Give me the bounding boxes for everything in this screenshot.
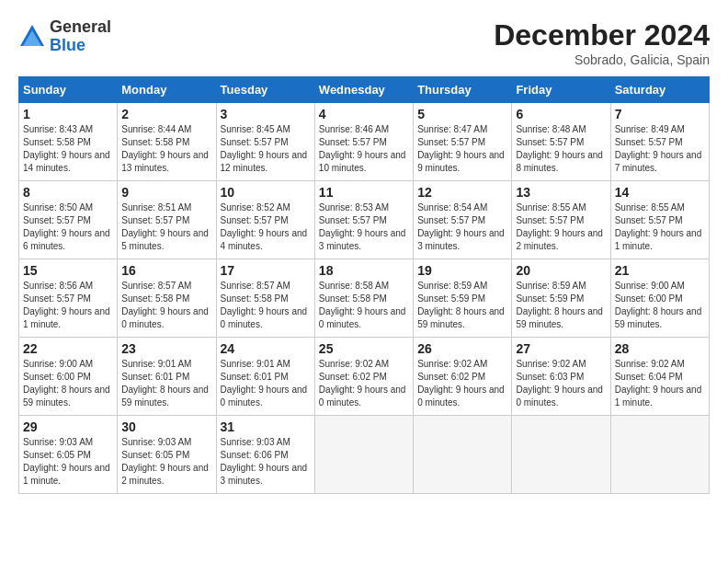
day-number: 1 — [23, 107, 113, 121]
day-cell: 1 Sunrise: 8:43 AM Sunset: 5:58 PM Dayli… — [19, 103, 118, 181]
day-number: 16 — [121, 263, 211, 278]
empty-cell — [314, 416, 413, 494]
day-info: Sunrise: 8:57 AM Sunset: 5:58 PM Dayligh… — [121, 280, 211, 331]
day-number: 5 — [417, 107, 507, 121]
day-cell: 4 Sunrise: 8:46 AM Sunset: 5:57 PM Dayli… — [314, 103, 413, 181]
day-cell: 20 Sunrise: 8:59 AM Sunset: 5:59 PM Dayl… — [512, 259, 610, 338]
day-number: 4 — [319, 107, 409, 121]
location-text: Sobrado, Galicia, Spain — [494, 52, 710, 67]
day-info: Sunrise: 8:48 AM Sunset: 5:57 PM Dayligh… — [516, 123, 606, 175]
day-info: Sunrise: 8:55 AM Sunset: 5:57 PM Dayligh… — [516, 201, 606, 253]
day-cell: 26 Sunrise: 9:02 AM Sunset: 6:02 PM Dayl… — [414, 338, 512, 416]
calendar-week-row: 15 Sunrise: 8:56 AM Sunset: 5:57 PM Dayl… — [19, 259, 710, 338]
day-cell: 17 Sunrise: 8:57 AM Sunset: 5:58 PM Dayl… — [216, 259, 314, 338]
header-sunday: Sunday — [19, 77, 118, 103]
day-info: Sunrise: 8:47 AM Sunset: 5:57 PM Dayligh… — [417, 123, 507, 175]
day-number: 3 — [221, 107, 311, 121]
day-cell: 15 Sunrise: 8:56 AM Sunset: 5:57 PM Dayl… — [19, 259, 118, 338]
day-number: 13 — [516, 185, 606, 200]
day-cell: 22 Sunrise: 9:00 AM Sunset: 6:00 PM Dayl… — [19, 338, 118, 416]
day-number: 8 — [23, 185, 113, 200]
day-number: 18 — [319, 263, 409, 278]
day-info: Sunrise: 8:55 AM Sunset: 5:57 PM Dayligh… — [615, 201, 705, 253]
day-cell: 29 Sunrise: 9:03 AM Sunset: 6:05 PM Dayl… — [19, 416, 118, 494]
day-info: Sunrise: 8:56 AM Sunset: 5:57 PM Dayligh… — [23, 280, 113, 331]
day-info: Sunrise: 9:02 AM Sunset: 6:04 PM Dayligh… — [615, 358, 705, 409]
day-number: 27 — [516, 341, 606, 356]
month-title: December 2024 — [494, 18, 710, 52]
header-tuesday: Tuesday — [216, 77, 314, 103]
empty-cell — [414, 416, 512, 494]
day-number: 12 — [417, 185, 507, 200]
logo-blue-text: Blue — [50, 36, 85, 54]
day-info: Sunrise: 8:57 AM Sunset: 5:58 PM Dayligh… — [221, 280, 311, 331]
day-info: Sunrise: 9:03 AM Sunset: 6:05 PM Dayligh… — [121, 436, 211, 488]
day-info: Sunrise: 9:02 AM Sunset: 6:02 PM Dayligh… — [417, 358, 507, 409]
logo-text: General Blue — [50, 18, 111, 55]
day-cell: 8 Sunrise: 8:50 AM Sunset: 5:57 PM Dayli… — [19, 181, 118, 259]
calendar-week-row: 29 Sunrise: 9:03 AM Sunset: 6:05 PM Dayl… — [19, 416, 710, 494]
day-number: 29 — [23, 419, 113, 434]
calendar-week-row: 22 Sunrise: 9:00 AM Sunset: 6:00 PM Dayl… — [19, 338, 710, 416]
day-info: Sunrise: 9:02 AM Sunset: 6:02 PM Dayligh… — [319, 358, 409, 409]
day-cell: 31 Sunrise: 9:03 AM Sunset: 6:06 PM Dayl… — [216, 416, 314, 494]
header-wednesday: Wednesday — [314, 77, 413, 103]
day-cell: 19 Sunrise: 8:59 AM Sunset: 5:59 PM Dayl… — [414, 259, 512, 338]
logo-general-text: General — [50, 17, 111, 36]
day-info: Sunrise: 8:49 AM Sunset: 5:57 PM Dayligh… — [615, 123, 705, 175]
day-number: 21 — [615, 263, 705, 278]
day-info: Sunrise: 8:51 AM Sunset: 5:57 PM Dayligh… — [121, 201, 211, 253]
day-number: 28 — [615, 341, 705, 356]
day-cell: 10 Sunrise: 8:52 AM Sunset: 5:57 PM Dayl… — [216, 181, 314, 259]
page-header: General Blue December 2024 Sobrado, Gali… — [18, 18, 710, 67]
day-cell: 30 Sunrise: 9:03 AM Sunset: 6:05 PM Dayl… — [118, 416, 216, 494]
day-info: Sunrise: 8:54 AM Sunset: 5:57 PM Dayligh… — [417, 201, 507, 253]
day-number: 23 — [121, 341, 211, 356]
day-number: 26 — [417, 341, 507, 356]
day-number: 6 — [516, 107, 606, 121]
day-cell: 11 Sunrise: 8:53 AM Sunset: 5:57 PM Dayl… — [314, 181, 413, 259]
day-cell: 23 Sunrise: 9:01 AM Sunset: 6:01 PM Dayl… — [118, 338, 216, 416]
day-cell: 16 Sunrise: 8:57 AM Sunset: 5:58 PM Dayl… — [118, 259, 216, 338]
day-cell: 7 Sunrise: 8:49 AM Sunset: 5:57 PM Dayli… — [610, 103, 709, 181]
day-number: 7 — [615, 107, 705, 121]
empty-cell — [512, 416, 610, 494]
day-info: Sunrise: 9:00 AM Sunset: 6:00 PM Dayligh… — [615, 280, 705, 331]
header-saturday: Saturday — [610, 77, 709, 103]
calendar-table: Sunday Monday Tuesday Wednesday Thursday… — [18, 76, 710, 494]
day-info: Sunrise: 9:00 AM Sunset: 6:00 PM Dayligh… — [23, 358, 113, 409]
day-number: 2 — [121, 107, 211, 121]
day-number: 22 — [23, 341, 113, 356]
day-info: Sunrise: 8:45 AM Sunset: 5:57 PM Dayligh… — [221, 123, 311, 175]
day-cell: 14 Sunrise: 8:55 AM Sunset: 5:57 PM Dayl… — [610, 181, 709, 259]
calendar-week-row: 8 Sunrise: 8:50 AM Sunset: 5:57 PM Dayli… — [19, 181, 710, 259]
day-cell: 28 Sunrise: 9:02 AM Sunset: 6:04 PM Dayl… — [610, 338, 709, 416]
day-info: Sunrise: 8:58 AM Sunset: 5:58 PM Dayligh… — [319, 280, 409, 331]
day-number: 14 — [615, 185, 705, 200]
day-cell: 6 Sunrise: 8:48 AM Sunset: 5:57 PM Dayli… — [512, 103, 610, 181]
day-info: Sunrise: 8:46 AM Sunset: 5:57 PM Dayligh… — [319, 123, 409, 175]
day-cell: 24 Sunrise: 9:01 AM Sunset: 6:01 PM Dayl… — [216, 338, 314, 416]
day-number: 30 — [121, 419, 211, 434]
header-thursday: Thursday — [414, 77, 512, 103]
day-number: 31 — [221, 419, 311, 434]
day-cell: 25 Sunrise: 9:02 AM Sunset: 6:02 PM Dayl… — [314, 338, 413, 416]
day-info: Sunrise: 9:03 AM Sunset: 6:05 PM Dayligh… — [23, 436, 113, 488]
day-cell: 13 Sunrise: 8:55 AM Sunset: 5:57 PM Dayl… — [512, 181, 610, 259]
day-number: 24 — [221, 341, 311, 356]
header-friday: Friday — [512, 77, 610, 103]
title-block: December 2024 Sobrado, Galicia, Spain — [494, 18, 710, 67]
day-number: 17 — [221, 263, 311, 278]
logo: General Blue — [18, 18, 111, 55]
day-info: Sunrise: 9:01 AM Sunset: 6:01 PM Dayligh… — [221, 358, 311, 409]
day-number: 15 — [23, 263, 113, 278]
empty-cell — [610, 416, 709, 494]
logo-icon — [18, 23, 46, 51]
day-cell: 9 Sunrise: 8:51 AM Sunset: 5:57 PM Dayli… — [118, 181, 216, 259]
day-number: 10 — [221, 185, 311, 200]
day-info: Sunrise: 8:50 AM Sunset: 5:57 PM Dayligh… — [23, 201, 113, 253]
day-info: Sunrise: 8:44 AM Sunset: 5:58 PM Dayligh… — [121, 123, 211, 175]
day-number: 20 — [516, 263, 606, 278]
day-cell: 18 Sunrise: 8:58 AM Sunset: 5:58 PM Dayl… — [314, 259, 413, 338]
day-info: Sunrise: 8:52 AM Sunset: 5:57 PM Dayligh… — [221, 201, 311, 253]
